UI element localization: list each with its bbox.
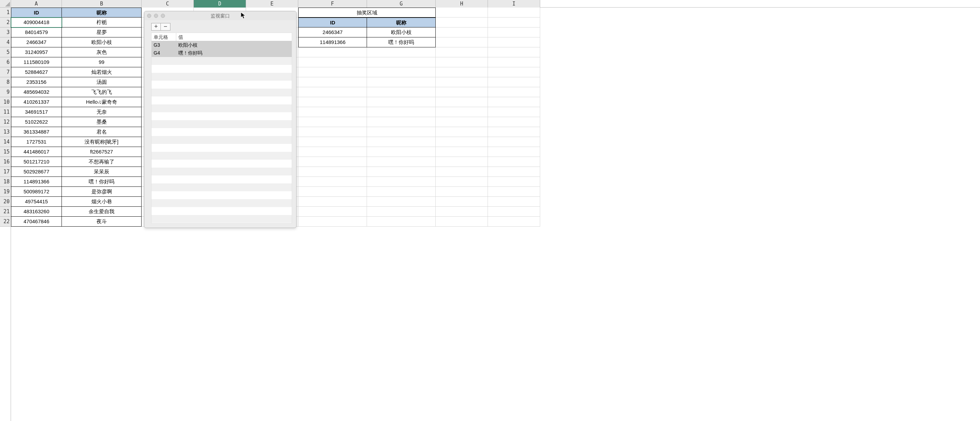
cell-A12[interactable]: 51022622 [11, 117, 62, 127]
watch-row[interactable]: G3欧阳小枝 [151, 41, 292, 49]
cell-I3[interactable] [488, 27, 540, 37]
cell-G4[interactable]: 嘿！你好吗 [367, 37, 436, 48]
cell-H14[interactable] [436, 137, 488, 147]
cell-F2[interactable]: ID [298, 17, 367, 27]
cell-H17[interactable] [436, 167, 488, 177]
watch-row-empty[interactable] [151, 183, 292, 191]
cell-B5[interactable]: 灰色 [62, 48, 142, 57]
maximize-icon[interactable] [161, 14, 165, 18]
cell-F13[interactable] [298, 127, 367, 137]
row-header-11[interactable]: 11 [0, 107, 11, 117]
cell-I9[interactable] [488, 87, 540, 97]
cell-H20[interactable] [436, 197, 488, 207]
cell-B17[interactable]: 呆呆辰 [62, 167, 142, 177]
cell-A7[interactable]: 52884627 [11, 67, 62, 77]
watch-row-empty[interactable] [151, 65, 292, 73]
cell-H21[interactable] [436, 207, 488, 217]
cell-B19[interactable]: 是弥彦啊 [62, 187, 142, 197]
row-header-3[interactable]: 3 [0, 27, 11, 37]
watch-window[interactable]: 监视窗口 + − 单元格 值 G3欧阳小枝G4嘿！你好吗 [144, 11, 296, 228]
cell-A21[interactable]: 483163260 [11, 207, 62, 217]
cell-G14[interactable] [367, 137, 436, 147]
row-header-16[interactable]: 16 [0, 157, 11, 167]
cell-A16[interactable]: 501217210 [11, 157, 62, 167]
cell-B7[interactable]: 灿若烟火 [62, 67, 142, 77]
watch-row-empty[interactable] [151, 175, 292, 183]
cell-B16[interactable]: 不想再输了 [62, 157, 142, 167]
cell-F20[interactable] [298, 197, 367, 207]
cell-A11[interactable]: 34691517 [11, 107, 62, 117]
row-header-19[interactable]: 19 [0, 187, 11, 197]
cell-H18[interactable] [436, 177, 488, 187]
cell-G17[interactable] [367, 167, 436, 177]
row-header-21[interactable]: 21 [0, 207, 11, 217]
cell-F22[interactable] [298, 217, 367, 227]
cell-F8[interactable] [298, 77, 367, 87]
cell-I13[interactable] [488, 127, 540, 137]
cell-G20[interactable] [367, 197, 436, 207]
watch-row-empty[interactable] [151, 97, 292, 104]
cell-A15[interactable]: 441486017 [11, 147, 62, 157]
cell-I4[interactable] [488, 37, 540, 48]
row-header-14[interactable]: 14 [0, 137, 11, 147]
cell-F14[interactable] [298, 137, 367, 147]
cell-I6[interactable] [488, 57, 540, 67]
cell-H19[interactable] [436, 187, 488, 197]
cell-F18[interactable] [298, 177, 367, 187]
cell-H10[interactable] [436, 97, 488, 107]
minimize-icon[interactable] [154, 14, 158, 18]
cell-I7[interactable] [488, 67, 540, 77]
cell-I2[interactable] [488, 17, 540, 27]
column-header-B[interactable]: B [62, 0, 142, 8]
cell-G13[interactable] [367, 127, 436, 137]
cell-F9[interactable] [298, 87, 367, 97]
cell-F15[interactable] [298, 147, 367, 157]
cell-I11[interactable] [488, 107, 540, 117]
cell-F16[interactable] [298, 157, 367, 167]
cell-F4[interactable]: 114891366 [298, 37, 367, 48]
watch-row-empty[interactable] [151, 81, 292, 89]
cell-I15[interactable] [488, 147, 540, 157]
cell-A10[interactable]: 410261337 [11, 97, 62, 107]
cell-H3[interactable] [436, 27, 488, 37]
row-header-8[interactable]: 8 [0, 77, 11, 87]
cell-G19[interactable] [367, 187, 436, 197]
select-all-corner[interactable] [0, 0, 11, 8]
column-header-F[interactable]: F [298, 0, 367, 8]
cell-H4[interactable] [436, 37, 488, 48]
cell-A3[interactable]: 84014579 [11, 27, 62, 37]
cell-A9[interactable]: 485694032 [11, 87, 62, 97]
watch-row-empty[interactable] [151, 191, 292, 199]
row-header-7[interactable]: 7 [0, 67, 11, 77]
cell-I22[interactable] [488, 217, 540, 227]
cell-I17[interactable] [488, 167, 540, 177]
cell-B13[interactable]: 君名 [62, 127, 142, 137]
row-header-17[interactable]: 17 [0, 167, 11, 177]
watch-row-empty[interactable] [151, 144, 292, 152]
cell-A2[interactable]: 409004418 [11, 17, 62, 27]
row-header-1[interactable]: 1 [0, 8, 11, 17]
column-header-G[interactable]: G [367, 0, 436, 8]
cell-H6[interactable] [436, 57, 488, 67]
cell-G18[interactable] [367, 177, 436, 187]
cell-G12[interactable] [367, 117, 436, 127]
cell-I1[interactable] [488, 8, 540, 17]
cell-I14[interactable] [488, 137, 540, 147]
cell-F11[interactable] [298, 107, 367, 117]
cell-A20[interactable]: 49754415 [11, 197, 62, 207]
cell-A5[interactable]: 31240957 [11, 48, 62, 57]
cell-G3[interactable]: 欧阳小枝 [367, 27, 436, 37]
watch-row-empty[interactable] [151, 89, 292, 97]
row-header-5[interactable]: 5 [0, 48, 11, 57]
cell-B10[interactable]: Hello♫蒙奇奇 [62, 97, 142, 107]
watch-row-empty[interactable] [151, 199, 292, 207]
cell-B8[interactable]: 汤圆 [62, 77, 142, 87]
cell-G7[interactable] [367, 67, 436, 77]
column-header-A[interactable]: A [11, 0, 62, 8]
cell-G8[interactable] [367, 77, 436, 87]
row-header-20[interactable]: 20 [0, 197, 11, 207]
row-header-12[interactable]: 12 [0, 117, 11, 127]
column-header-C[interactable]: C [142, 0, 194, 8]
cell-B2[interactable]: 柠栀 [62, 17, 142, 27]
cell-A4[interactable]: 2466347 [11, 37, 62, 48]
